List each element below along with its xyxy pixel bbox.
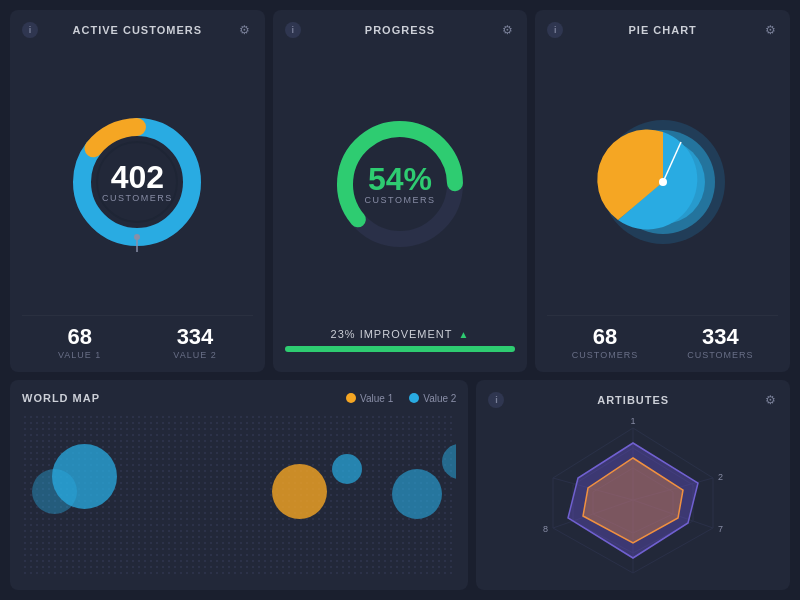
bubble-5	[392, 469, 442, 519]
legend-dot-yellow	[346, 393, 356, 403]
bubble-4	[332, 454, 362, 484]
pie-stat1: 68 CUSTOMERS	[572, 324, 638, 360]
legend-item-2: Value 2	[409, 393, 456, 404]
stat2-label: VALUE 2	[173, 350, 216, 360]
pie-stat2-value: 334	[687, 324, 753, 350]
active-customers-value: 402	[102, 161, 173, 193]
pie-stat1-value: 68	[572, 324, 638, 350]
legend-dot-blue	[409, 393, 419, 403]
pie-header: i PIE CHART ⚙	[547, 22, 778, 38]
stat1: 68 VALUE 1	[58, 324, 101, 360]
stat1-value: 68	[58, 324, 101, 350]
progress-donut: 54% CUSTOMERS	[285, 48, 516, 320]
radar-chart: 1 2 7 8	[488, 418, 778, 578]
active-customers-donut: 402 CUSTOMERS	[22, 48, 253, 315]
donut-center: 402 CUSTOMERS	[102, 161, 173, 203]
pie-title: PIE CHART	[629, 24, 697, 36]
pie-info-icon[interactable]: i	[547, 22, 563, 38]
progress-gear-icon[interactable]: ⚙	[499, 22, 515, 38]
improvement-bar	[285, 346, 516, 352]
world-map-card: WORLD MAP Value 1 Value 2	[10, 380, 468, 590]
gear-icon[interactable]: ⚙	[237, 22, 253, 38]
svg-text:1: 1	[631, 418, 636, 426]
attributes-header: i ARTIBUTES ⚙	[488, 392, 778, 408]
world-map-legend: Value 1 Value 2	[346, 393, 456, 404]
pie-stat2: 334 CUSTOMERS	[687, 324, 753, 360]
attributes-title: ARTIBUTES	[597, 394, 669, 406]
info-icon[interactable]: i	[22, 22, 38, 38]
stat2: 334 VALUE 2	[173, 324, 216, 360]
svg-text:2: 2	[718, 472, 723, 482]
legend-item-1: Value 1	[346, 393, 393, 404]
pie-stat2-label: CUSTOMERS	[687, 350, 753, 360]
improvement-section: 23% IMPROVEMENT ▲	[285, 320, 516, 360]
attributes-gear-icon[interactable]: ⚙	[762, 392, 778, 408]
progress-header: i PROGRESS ⚙	[285, 22, 516, 38]
svg-text:8: 8	[543, 524, 548, 534]
pie-stats: 68 CUSTOMERS 334 CUSTOMERS	[547, 315, 778, 360]
legend-label-2: Value 2	[423, 393, 456, 404]
stat1-label: VALUE 1	[58, 350, 101, 360]
legend-label-1: Value 1	[360, 393, 393, 404]
world-map-title: WORLD MAP	[22, 392, 100, 404]
svg-text:7: 7	[718, 524, 723, 534]
world-map-area	[22, 414, 456, 578]
progress-center: 54% CUSTOMERS	[365, 163, 436, 205]
pie-gear-icon[interactable]: ⚙	[762, 22, 778, 38]
progress-label: CUSTOMERS	[365, 195, 436, 205]
active-customers-stats: 68 VALUE 1 334 VALUE 2	[22, 315, 253, 360]
progress-card: i PROGRESS ⚙ 54% CUSTOMERS 23% IMPROVEME…	[273, 10, 528, 372]
pie-chart-area	[547, 48, 778, 315]
active-customers-card: i ACTIVE CUSTOMERS ⚙ 402 C	[10, 10, 265, 372]
attributes-info-icon[interactable]: i	[488, 392, 504, 408]
active-customers-title: ACTIVE CUSTOMERS	[73, 24, 202, 36]
progress-value: 54%	[365, 163, 436, 195]
improvement-text: 23% IMPROVEMENT ▲	[285, 328, 516, 340]
stat2-value: 334	[173, 324, 216, 350]
bubble-3	[272, 464, 327, 519]
svg-point-5	[134, 234, 140, 240]
pie-chart-card: i PIE CHART ⚙	[535, 10, 790, 372]
world-map-header: WORLD MAP Value 1 Value 2	[22, 392, 456, 404]
progress-title: PROGRESS	[365, 24, 435, 36]
active-customers-label: CUSTOMERS	[102, 193, 173, 203]
progress-info-icon[interactable]: i	[285, 22, 301, 38]
improvement-arrow-icon: ▲	[459, 329, 470, 340]
pie-stat1-label: CUSTOMERS	[572, 350, 638, 360]
active-customers-header: i ACTIVE CUSTOMERS ⚙	[22, 22, 253, 38]
bubble-2	[32, 469, 77, 514]
attributes-card: i ARTIBUTES ⚙	[476, 380, 790, 590]
